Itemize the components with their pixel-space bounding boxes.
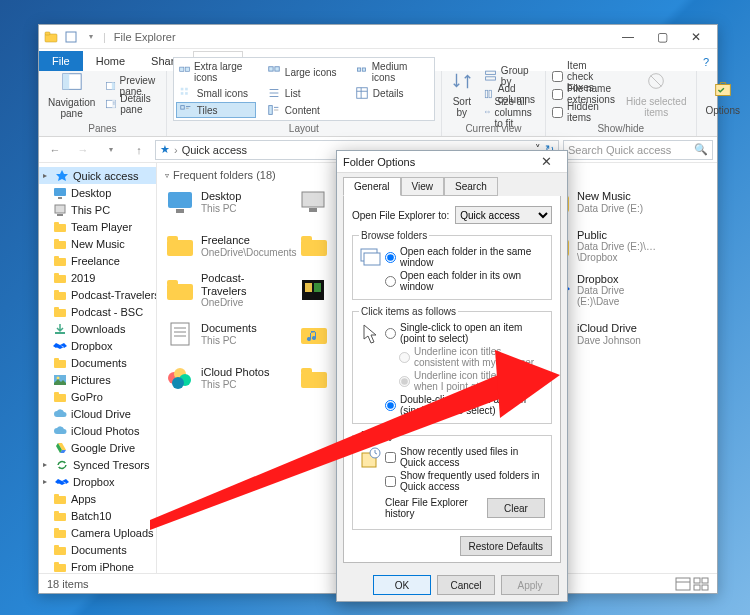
sidebar-item[interactable]: ▸Synced Tresors <box>39 456 156 473</box>
clear-button[interactable]: Clear <box>487 498 545 518</box>
folder-item[interactable]: DocumentsThis PC <box>165 317 287 351</box>
folder-icon <box>165 232 195 260</box>
sidebar-item[interactable]: iCloud Photos <box>39 422 156 439</box>
folder-item[interactable] <box>299 317 335 351</box>
radio-same-window[interactable] <box>385 252 396 263</box>
folder-icon <box>53 560 67 574</box>
folder-icon <box>53 220 67 234</box>
tab-home[interactable]: Home <box>83 51 138 71</box>
svg-rect-46 <box>54 241 66 249</box>
svg-rect-53 <box>54 290 59 293</box>
sizecols-button[interactable]: Size all columns to fit <box>484 103 539 121</box>
clear-history-label: Clear File Explorer history <box>385 497 475 519</box>
svg-rect-70 <box>54 530 66 538</box>
svg-rect-12 <box>185 67 189 71</box>
folder-item[interactable]: iCloud PhotosThis PC <box>165 361 287 395</box>
sidebar-item[interactable]: Desktop <box>39 184 156 201</box>
restore-defaults-button[interactable]: Restore Defaults <box>460 536 552 556</box>
options-button[interactable]: Options <box>703 77 743 118</box>
svg-rect-113 <box>702 578 708 583</box>
folder-sub: This PC <box>201 379 270 390</box>
apply-button[interactable]: Apply <box>501 575 559 595</box>
sidebar-item[interactable]: ▸Quick access <box>39 167 156 184</box>
svg-rect-105 <box>301 368 312 374</box>
folder-item[interactable] <box>299 229 335 263</box>
folder-item[interactable] <box>299 273 335 307</box>
sidebar-item[interactable]: Downloads <box>39 320 156 337</box>
sidebar-item[interactable]: Team Player <box>39 218 156 235</box>
sidebar-item[interactable]: Google Drive <box>39 439 156 456</box>
dlg-tab-view[interactable]: View <box>401 177 445 196</box>
qa-icon-2[interactable] <box>63 29 79 45</box>
sidebar-item[interactable]: Podcast - BSC <box>39 303 156 320</box>
sidebar-item[interactable]: Pictures <box>39 371 156 388</box>
svg-rect-13 <box>269 67 273 71</box>
svg-rect-49 <box>54 256 59 259</box>
window-close[interactable]: ✕ <box>679 25 713 49</box>
ok-button[interactable]: OK <box>373 575 431 595</box>
radio-double-click[interactable] <box>385 400 396 411</box>
window-minimize[interactable]: — <box>611 25 645 49</box>
nav-pane-button[interactable]: Navigation pane <box>45 69 98 121</box>
view-thumbs-icon[interactable] <box>693 577 709 591</box>
sortby-button[interactable]: Sort by <box>448 68 476 120</box>
open-to-select[interactable]: Quick access <box>455 206 552 224</box>
sidebar-item[interactable]: Freelance <box>39 252 156 269</box>
svg-rect-55 <box>54 307 59 310</box>
sidebar-item[interactable]: Dropbox <box>39 337 156 354</box>
sidebar-item[interactable]: Podcast-Travelers <box>39 286 156 303</box>
layout-gallery[interactable]: Extra large icons Large icons Medium ico… <box>173 57 435 121</box>
sidebar-item[interactable]: Documents <box>39 541 156 558</box>
folder-icon <box>299 232 329 260</box>
chk-recent-folders[interactable] <box>385 476 396 487</box>
sidebar-item[interactable]: GoPro <box>39 388 156 405</box>
hidden-items[interactable]: Hidden items <box>552 103 615 121</box>
dlg-tab-search[interactable]: Search <box>444 177 498 196</box>
sidebar-item[interactable]: Batch10 <box>39 507 156 524</box>
pc-icon <box>53 203 67 217</box>
folder-icon <box>165 276 195 304</box>
sidebar-item-label: Dropbox <box>73 476 115 488</box>
hide-selected-button[interactable]: Hide selected items <box>623 68 690 120</box>
svg-rect-1 <box>45 32 50 35</box>
sidebar-item[interactable]: New Music <box>39 235 156 252</box>
sidebar[interactable]: ▸Quick accessDesktopThis PCTeam PlayerNe… <box>39 163 157 573</box>
folder-item[interactable]: FreelanceOneDrive\Documents <box>165 229 287 263</box>
radio-own-window[interactable] <box>385 276 396 287</box>
qa-down-icon[interactable]: ▾ <box>83 29 99 45</box>
sidebar-item[interactable]: Apps <box>39 490 156 507</box>
nav-up[interactable]: ↑ <box>127 139 151 161</box>
sidebar-item[interactable]: iCloud Drive <box>39 405 156 422</box>
folder-item[interactable]: DesktopThis PC <box>165 185 287 219</box>
folder-sub: This PC <box>201 335 257 346</box>
details-pane-button[interactable]: Details pane <box>106 95 160 113</box>
svg-rect-96 <box>302 192 324 207</box>
sidebar-item[interactable]: This PC <box>39 201 156 218</box>
cancel-button[interactable]: Cancel <box>437 575 495 595</box>
dlg-tab-general[interactable]: General <box>343 177 401 196</box>
sidebar-item[interactable]: Documents <box>39 354 156 371</box>
window-maximize[interactable]: ▢ <box>645 25 679 49</box>
search-input[interactable]: Search Quick access 🔍 <box>563 140 713 160</box>
folder-item[interactable] <box>299 361 335 395</box>
svg-rect-34 <box>485 77 495 80</box>
window-title: File Explorer <box>114 31 176 43</box>
radio-single-click[interactable] <box>385 328 396 339</box>
folder-item[interactable]: Podcast-TravelersOneDrive <box>165 273 287 307</box>
sidebar-item[interactable]: Camera Uploads <box>39 524 156 541</box>
sidebar-item[interactable]: 2019 <box>39 269 156 286</box>
folder-item[interactable] <box>299 185 335 219</box>
nav-fwd[interactable]: → <box>71 139 95 161</box>
svg-rect-75 <box>54 562 59 565</box>
tab-file[interactable]: File <box>39 51 83 71</box>
sidebar-item[interactable]: ▸Dropbox <box>39 473 156 490</box>
chk-recent-files[interactable] <box>385 452 396 463</box>
svg-rect-11 <box>180 67 184 71</box>
sidebar-item[interactable]: From iPhone <box>39 558 156 573</box>
view-details-icon[interactable] <box>675 577 691 591</box>
nav-back[interactable]: ← <box>43 139 67 161</box>
svg-rect-101 <box>305 283 312 292</box>
nav-recent[interactable]: ▾ <box>99 139 123 161</box>
help-button[interactable]: ? <box>695 53 717 71</box>
dialog-close[interactable]: ✕ <box>531 154 561 169</box>
